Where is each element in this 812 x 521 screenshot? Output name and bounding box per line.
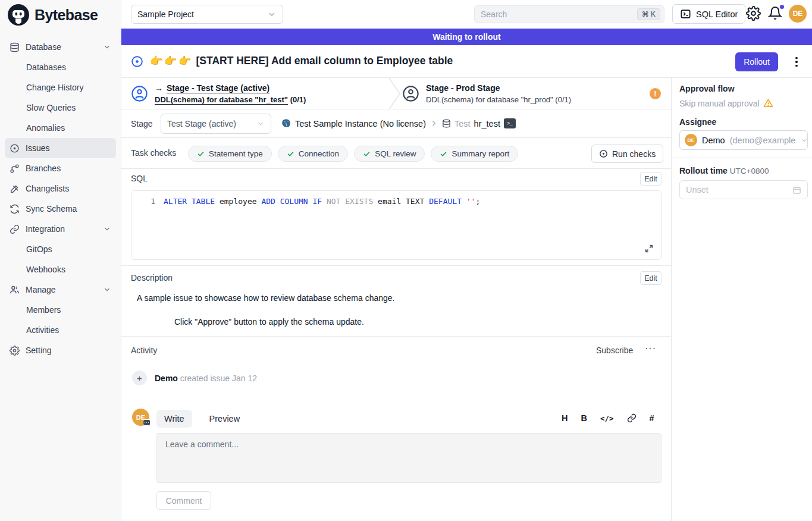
rollout-button[interactable]: Rollout <box>735 52 778 71</box>
sidebar-item-change-history[interactable]: Change History <box>5 77 116 98</box>
user-avatar[interactable]: DE <box>789 5 807 23</box>
divider <box>121 265 671 266</box>
check-statement-type[interactable]: Statement type <box>188 146 272 162</box>
chevron-down-icon <box>103 225 111 233</box>
active-stage-arrow: → <box>155 83 163 93</box>
bold-icon[interactable]: B <box>581 413 587 423</box>
activity-plus-icon: + <box>132 371 147 385</box>
circle-dot-icon <box>10 143 20 153</box>
search-input[interactable] <box>481 10 637 19</box>
heading-icon[interactable]: H <box>562 413 568 423</box>
sidebar-item-members[interactable]: Members <box>5 300 116 320</box>
sql-editor[interactable]: 1ALTER TABLE employee ADD COLUMN IF NOT … <box>131 190 661 260</box>
markdown-toolbar: H B </> # <box>562 413 654 423</box>
check-summary-report[interactable]: Summary report <box>431 146 518 162</box>
run-checks-icon <box>599 149 608 158</box>
search-shortcut-badge: ⌘ K <box>637 8 660 20</box>
search-box[interactable]: ⌘ K <box>474 5 664 23</box>
stage-warning-icon: ! <box>650 88 661 99</box>
main-content: →Stage - Test Stage (active) DDL(schema)… <box>121 78 671 521</box>
description-line2: Click "Approve" button to apply the sche… <box>174 317 364 327</box>
assignee-label: Assignee <box>679 117 716 127</box>
link-icon[interactable] <box>627 413 637 423</box>
description-edit-button[interactable]: Edit <box>640 271 661 285</box>
notification-bell-icon[interactable] <box>768 6 783 21</box>
sync-icon <box>10 204 20 214</box>
rollout-time-input[interactable]: Unset <box>679 180 808 199</box>
run-checks-button[interactable]: Run checks <box>591 145 663 163</box>
stage-select[interactable]: Test Stage (active) <box>161 114 271 134</box>
sidebar-item-integration[interactable]: Integration <box>5 219 116 239</box>
check-icon <box>197 150 205 158</box>
sidebar-item-anomalies[interactable]: Anomalies <box>5 118 116 138</box>
instance-name[interactable]: Test Sample Instance (No license) <box>295 119 426 128</box>
database-name[interactable]: hr_test <box>474 119 500 128</box>
project-select[interactable]: Sample Project <box>131 5 283 24</box>
changelist-icon <box>10 184 20 194</box>
git-branch-icon <box>10 164 20 174</box>
settings-gear-icon[interactable] <box>746 6 761 21</box>
stage-card-prod[interactable]: Stage - Prod Stage DDL(schema) for datab… <box>426 82 571 106</box>
assignee-select[interactable]: DE Demo (demo@example <box>679 130 808 150</box>
task-checks-label: Task checks <box>131 148 176 158</box>
stage-card-test[interactable]: →Stage - Test Stage (active) DDL(schema)… <box>155 82 306 106</box>
description-label: Description <box>131 273 173 283</box>
topbar: Sample Project ⌘ K SQL Editor DE <box>121 0 812 29</box>
sidebar-item-activities[interactable]: Activities <box>5 320 116 340</box>
approval-flow-value: Skip manual approval <box>679 98 773 108</box>
bytebase-logo-icon <box>7 4 30 26</box>
sidebar-item-databases[interactable]: Databases <box>5 57 116 77</box>
sidebar-item-issues[interactable]: Issues <box>5 138 116 158</box>
open-sql-editor-icon[interactable]: >_ <box>504 118 516 128</box>
sql-editor-button[interactable]: SQL Editor <box>672 4 745 24</box>
sidebar-item-database[interactable]: Database <box>5 37 116 57</box>
sidebar-item-webhooks[interactable]: Webhooks <box>5 259 116 280</box>
issue-status-icon <box>131 55 143 68</box>
stage-assignee-icon-active <box>131 85 148 102</box>
check-sql-review[interactable]: SQL review <box>354 146 425 162</box>
sidebar-item-branches[interactable]: Branches <box>5 158 116 178</box>
users-icon <box>10 285 20 295</box>
side-panel: Approval flow Skip manual approval Assig… <box>671 78 812 521</box>
pointing-emoji: 👉👉👉 <box>150 55 193 67</box>
terminal-icon <box>680 8 691 20</box>
tab-preview[interactable]: Preview <box>202 410 248 428</box>
sidebar-item-gitops[interactable]: GitOps <box>5 239 116 259</box>
approval-flow-label: Approval flow <box>679 84 735 93</box>
activity-more-icon[interactable]: ··· <box>645 343 656 354</box>
sidebar-item-sync-schema[interactable]: Sync Schema <box>5 199 116 219</box>
comment-button[interactable]: Comment <box>156 491 211 510</box>
bytebase-logo[interactable]: Bytebase <box>0 0 121 30</box>
subscribe-button[interactable]: Subscribe <box>596 346 633 355</box>
issue-title: 👉👉👉[START HERE] Add email column to Empl… <box>150 55 453 67</box>
code-icon[interactable]: </> <box>600 414 614 423</box>
status-banner: Waiting to rollout <box>121 29 812 45</box>
sidebar: Bytebase Database Databases Change Histo… <box>0 0 121 521</box>
tab-write[interactable]: Write <box>156 410 192 428</box>
chevron-down-icon <box>103 285 111 294</box>
gear-icon <box>10 346 20 356</box>
sidebar-item-manage[interactable]: Manage <box>5 280 116 300</box>
description-line1: A sample issue to showcase how to review… <box>137 293 394 303</box>
comment-input[interactable] <box>156 433 661 483</box>
link-icon <box>10 224 20 234</box>
more-options-kebab-icon[interactable] <box>791 54 802 70</box>
divider <box>121 336 671 337</box>
chevron-down-icon <box>267 10 277 19</box>
task-check-pills: Statement type Connection SQL review Sum… <box>188 146 518 162</box>
issue-header: 👉👉👉[START HERE] Add email column to Empl… <box>121 45 812 78</box>
sidebar-item-setting[interactable]: Setting <box>5 340 116 360</box>
composer-tabs: Write Preview <box>156 410 247 428</box>
check-icon <box>363 150 371 158</box>
sql-statement: 1ALTER TABLE employee ADD COLUMN IF NOT … <box>131 197 480 206</box>
sidebar-nav: Database Databases Change History Slow Q… <box>0 30 121 360</box>
expand-icon[interactable] <box>644 244 654 253</box>
hash-icon[interactable]: # <box>650 413 654 423</box>
sidebar-item-slow-queries[interactable]: Slow Queries <box>5 98 116 118</box>
timezone-label: UTC+0800 <box>730 167 769 175</box>
sidebar-item-changelists[interactable]: Changelists <box>5 178 116 199</box>
check-connection[interactable]: Connection <box>278 146 348 162</box>
chevron-down-icon <box>103 43 111 51</box>
activity-label: Activity <box>131 346 157 355</box>
sql-edit-button[interactable]: Edit <box>640 172 661 186</box>
